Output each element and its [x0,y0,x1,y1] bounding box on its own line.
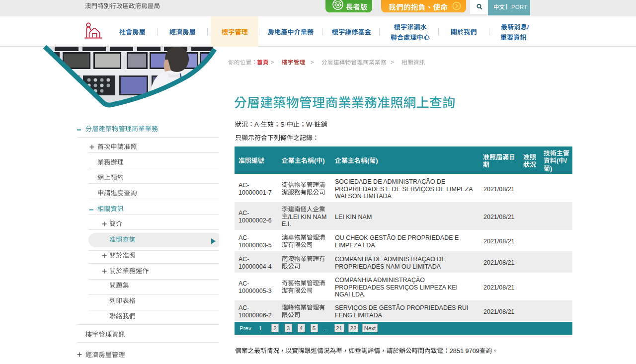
svg-text:10000004-4: 10000004-4 [238,263,272,270]
svg-text:COMPANHIA DE ADMINISTRAÇÃO DE: COMPANHIA DE ADMINISTRAÇÃO DE [335,255,446,262]
svg-text:10000006-2: 10000006-2 [238,312,272,319]
svg-text:AC-: AC- [238,182,249,189]
svg-text:WAI SON LIMITADA: WAI SON LIMITADA [335,193,392,200]
svg-text:A-: A- [254,121,261,128]
svg-text:LEI KIN NAM: LEI KIN NAM [335,213,372,220]
svg-text:S-: S- [280,121,287,128]
svg-text:10000001-7: 10000001-7 [238,189,272,196]
svg-text:2021/08/21: 2021/08/21 [483,259,515,266]
svg-text:PROPRIEDADES SERVIÇOS LIMPEZA: PROPRIEDADES SERVIÇOS LIMPEZA KEI [335,284,458,291]
svg-text:AC-: AC- [238,280,249,287]
svg-text:OU CHEOK GESTÃO DE PROPRIEDADE: OU CHEOK GESTÃO DE PROPRIEDADE E [335,234,459,241]
svg-text:W-: W- [306,121,314,128]
svg-text:10000003-5: 10000003-5 [238,241,272,248]
svg-text:AC-: AC- [238,234,249,241]
svg-text:NGAI LDA.: NGAI LDA. [335,291,366,298]
svg-text:2021/08/21: 2021/08/21 [483,284,515,291]
svg-text:(: ( [367,157,370,164]
svg-text:AC-: AC- [238,304,249,311]
svg-text:2021/08/21: 2021/08/21 [483,185,515,192]
svg-text:): ) [550,165,552,172]
svg-text:2021/08/21: 2021/08/21 [483,213,515,220]
svg-text:(: ( [314,157,317,164]
svg-text:PROPRIEDADES E DE SERVIÇOS DE: PROPRIEDADES E DE SERVIÇOS DE LIMPEZA [335,185,473,192]
svg-text:COMPANHIA ADMINISTRAÇÃO: COMPANHIA ADMINISTRAÇÃO [335,277,425,284]
svg-text:10000005-3: 10000005-3 [238,288,272,294]
svg-text:/: / [565,157,567,164]
svg-text:): ) [376,157,378,164]
svg-text:2021/08/21: 2021/08/21 [483,238,515,245]
svg-text:PROPRIEDADES NAM OU LIMITADA: PROPRIEDADES NAM OU LIMITADA [335,263,441,270]
svg-text:2851 9709: 2851 9709 [450,348,479,355]
svg-text:LIMPEZA LDA.: LIMPEZA LDA. [335,241,377,248]
svg-text:AC-: AC- [238,255,249,262]
svg-text:E.I.: E.I. [282,220,291,227]
svg-text:10000002-6: 10000002-6 [238,217,272,224]
svg-text:(: ( [556,157,559,164]
svg-text:): ) [322,157,324,164]
svg-text:/: / [527,23,529,31]
svg-text:/LEI KIN NAM: /LEI KIN NAM [288,213,327,220]
svg-text:AC-: AC- [238,210,249,217]
svg-text:SOCIEDADE DE ADMINISTRAÇÃO DE: SOCIEDADE DE ADMINISTRAÇÃO DE [335,178,445,185]
svg-text:SERVIÇOS DE GESTÃO PROPRIEDADE: SERVIÇOS DE GESTÃO PROPRIEDADES RUI [335,304,469,311]
svg-text:FENG LIMITADA: FENG LIMITADA [335,312,383,319]
svg-text:2021/08/21: 2021/08/21 [483,308,515,315]
